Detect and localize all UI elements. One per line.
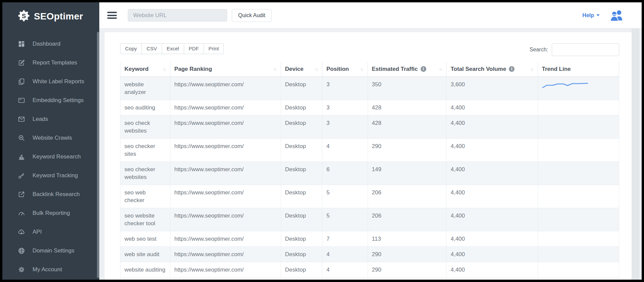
sidebar-item-label: White Label Reports: [33, 78, 84, 85]
cell-position: 3: [322, 77, 368, 100]
key-icon: [17, 172, 25, 180]
info-icon[interactable]: i: [509, 66, 515, 72]
trend-sparkline: [542, 82, 589, 90]
sidebar-item-label: Leads: [33, 116, 48, 123]
cell-estimated-traffic: 149: [368, 161, 446, 185]
sidebar-item-label: Dashboard: [33, 41, 60, 47]
cell-position: 5: [322, 208, 368, 231]
column-label: Page Ranking: [174, 66, 212, 73]
cell-trend-line: [538, 231, 619, 246]
sort-arrows-icon[interactable]: ↑↓: [315, 66, 318, 72]
users-icon[interactable]: [610, 9, 624, 21]
table-row: web site audithttps://www.seoptimer.com/…: [120, 246, 619, 262]
cell-device: Desktop: [281, 208, 322, 231]
edit-pencil-icon: [17, 59, 25, 67]
cell-total-search-volume: 4,400: [446, 115, 538, 138]
sidebar-item-backlink-research[interactable]: Backlink Research: [2, 185, 99, 204]
cell-trend-line: [538, 161, 619, 185]
sort-arrows-icon[interactable]: ↑↓: [530, 66, 534, 72]
print-export-button[interactable]: Print: [204, 43, 224, 54]
column-label: Position: [326, 66, 349, 73]
cell-trend-line: [538, 100, 619, 115]
column-header-estimated-traffic[interactable]: Estimated Traffici↑↓: [368, 62, 446, 77]
search-plus-icon: [17, 134, 25, 142]
column-header-page-ranking[interactable]: Page Ranking↑↓: [170, 62, 281, 77]
cell-page-ranking: https://www.seoptimer.com/: [170, 138, 281, 161]
sidebar-item-embedding-settings[interactable]: Embedding Settings: [2, 91, 99, 110]
cell-page-ranking: https://www.seoptimer.com/: [170, 262, 281, 277]
column-header-position[interactable]: Position↑↓: [322, 62, 368, 77]
cell-position: 4: [322, 246, 368, 262]
cell-estimated-traffic: 350: [368, 77, 446, 100]
cell-trend-line: [538, 246, 619, 262]
column-label: Total Search Volume: [450, 66, 506, 73]
cell-page-ranking: https://www.seoptimer.com/: [170, 208, 281, 231]
copy-export-button[interactable]: Copy: [120, 43, 142, 54]
cell-page-ranking: https://www.seoptimer.com/: [170, 246, 281, 262]
sidebar-item-keyword-tracking[interactable]: Keyword Tracking: [2, 166, 99, 185]
cell-estimated-traffic: 428: [368, 115, 446, 138]
cell-estimated-traffic: 428: [368, 100, 446, 115]
table-header-row: Keyword↑↓Page Ranking↑↓Device↑↓Position↑…: [120, 62, 619, 77]
sidebar-item-domain-settings[interactable]: Domain Settings: [2, 241, 99, 260]
cell-trend-line: [538, 208, 619, 231]
cell-trend-line: [538, 138, 619, 161]
sidebar-item-report-templates[interactable]: Report Templates: [2, 53, 99, 72]
sidebar-item-label: Keyword Research: [33, 153, 81, 160]
help-menu[interactable]: Help: [582, 12, 600, 18]
cell-position: 3: [322, 100, 368, 115]
column-label: Estimated Traffic: [372, 66, 418, 73]
sidebar-item-api[interactable]: API: [2, 223, 99, 241]
column-label: Trend Line: [542, 66, 571, 73]
cell-trend-line: [538, 262, 619, 277]
sidebar-item-bulk-reporting[interactable]: Bulk Reporting: [2, 204, 99, 223]
sort-arrows-icon[interactable]: ↑↓: [360, 66, 364, 72]
cell-estimated-traffic: 290: [368, 262, 446, 277]
main-area: Quick Audit Help: [99, 2, 642, 280]
column-header-total-search-volume[interactable]: Total Search Volumei↑↓: [446, 62, 538, 77]
column-label: Keyword: [124, 66, 149, 73]
sidebar-item-leads[interactable]: Leads: [2, 110, 99, 129]
sort-arrows-icon[interactable]: ↑↓: [273, 66, 277, 72]
cell-keyword: seo auditing: [120, 100, 170, 115]
cell-device: Desktop: [281, 77, 322, 100]
external-link-icon: [17, 190, 25, 198]
sidebar-item-white-label-reports[interactable]: White Label Reports: [2, 72, 99, 91]
cell-total-search-volume: 3,600: [446, 77, 538, 100]
website-url-input[interactable]: [128, 9, 227, 21]
cell-keyword: web seo test: [120, 231, 170, 246]
sidebar: S SEOptimer DashboardReport TemplatesWhi…: [2, 2, 99, 280]
column-header-trend-line: Trend Line: [538, 62, 619, 77]
gauge-icon: [17, 209, 25, 217]
sidebar-item-my-account[interactable]: My Account: [2, 260, 99, 279]
quick-audit-button[interactable]: Quick Audit: [232, 9, 272, 22]
sidebar-item-keyword-research[interactable]: Keyword Research: [2, 147, 99, 166]
csv-export-button[interactable]: CSV: [142, 43, 162, 54]
envelope-icon: [17, 115, 25, 123]
cell-device: Desktop: [281, 138, 322, 161]
excel-export-button[interactable]: Excel: [162, 43, 184, 54]
search-input[interactable]: [552, 43, 619, 56]
column-header-device[interactable]: Device↑↓: [281, 62, 322, 77]
sidebar-item-label: Backlink Research: [33, 191, 80, 198]
info-icon[interactable]: i: [421, 66, 426, 72]
cell-page-ranking: https://www.seoptimer.com/: [170, 161, 281, 185]
sort-arrows-icon[interactable]: ↑↓: [439, 66, 442, 72]
cell-device: Desktop: [281, 100, 322, 115]
column-header-keyword[interactable]: Keyword↑↓: [120, 62, 170, 77]
gear-icon: [17, 266, 25, 274]
table-search: Search:: [530, 43, 619, 56]
sidebar-scrollbar[interactable]: [97, 32, 99, 278]
menu-toggle-icon[interactable]: [107, 10, 117, 20]
cell-trend-line: [538, 115, 619, 138]
embed-card-icon: [17, 96, 25, 104]
export-button-group: CopyCSVExcelPDFPrint: [120, 43, 224, 54]
sidebar-item-website-crawls[interactable]: Website Crawls: [2, 129, 99, 147]
page-scrollbar[interactable]: [632, 29, 639, 280]
cell-total-search-volume: 4,400: [446, 161, 538, 185]
brand-logo[interactable]: S SEOptimer: [2, 2, 99, 24]
search-label: Search:: [530, 47, 548, 53]
pdf-export-button[interactable]: PDF: [184, 43, 204, 54]
sidebar-item-dashboard[interactable]: Dashboard: [2, 35, 99, 53]
sort-arrows-icon[interactable]: ↑↓: [163, 66, 166, 72]
